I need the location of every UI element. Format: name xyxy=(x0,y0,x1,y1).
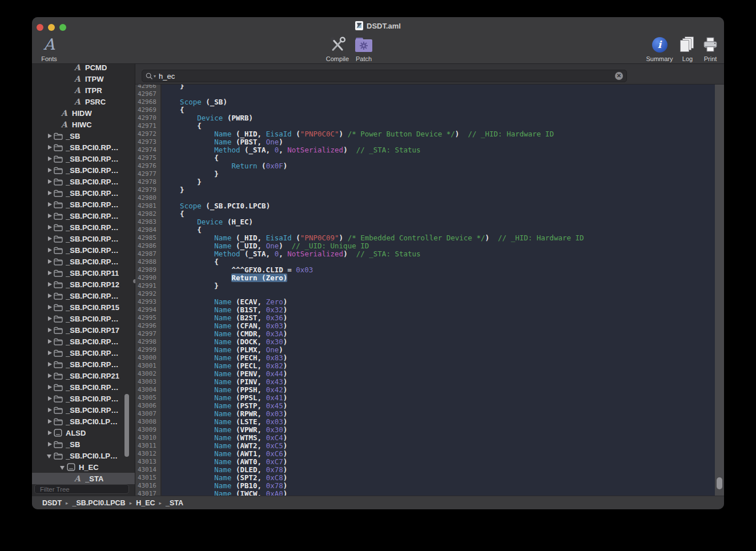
code-line[interactable]: Name (B2ST, 0x36) xyxy=(163,314,715,322)
sidebar-item-sb-pci0-rp[interactable]: _SB.PCI0.RP… xyxy=(32,176,135,187)
code-line[interactable]: } xyxy=(163,85,715,90)
disclosure-triangle-icon[interactable] xyxy=(46,190,53,196)
code-line[interactable]: Name (B1ST, 0x32) xyxy=(163,306,715,314)
disclosure-triangle-icon[interactable] xyxy=(46,178,53,185)
code-line[interactable]: Method (_STA, 0, NotSerialized) // _STA:… xyxy=(163,146,715,154)
code-line[interactable]: { xyxy=(163,122,715,130)
disclosure-triangle-icon[interactable] xyxy=(46,441,53,448)
search-input[interactable] xyxy=(159,72,615,81)
sidebar-item-itpw[interactable]: AITPW xyxy=(32,73,135,85)
editor-scrollbar-track[interactable] xyxy=(715,85,724,496)
sidebar-item-sb[interactable]: _SB xyxy=(32,130,135,142)
breadcrumb-item[interactable]: DSDT xyxy=(42,499,62,507)
disclosure-triangle-icon[interactable] xyxy=(46,361,53,368)
sidebar-item-sb-pci0-rp[interactable]: _SB.PCI0.RP… xyxy=(32,142,135,153)
sidebar-item-sb-pci0-rp[interactable]: _SB.PCI0.RP… xyxy=(32,187,135,199)
sidebar-item-sb-pci0-rp[interactable]: _SB.PCI0.RP… xyxy=(32,347,135,359)
code-line[interactable]: } xyxy=(163,178,715,186)
disclosure-triangle-icon[interactable] xyxy=(46,418,53,425)
sidebar-item-sb-pci0-lp[interactable]: _SB.PCI0.LP… xyxy=(32,450,135,461)
breadcrumb-item[interactable]: H_EC xyxy=(136,499,155,507)
code-line[interactable]: Name (CMDR, 0x3A) xyxy=(163,330,715,338)
code-line[interactable]: Name (PSTP, 0x45) xyxy=(163,402,715,410)
search-field[interactable]: ▾ ✕ xyxy=(142,70,627,82)
disclosure-triangle-icon[interactable] xyxy=(46,258,53,265)
code-line[interactable]: Device (H_EC) xyxy=(163,218,715,226)
code-line[interactable]: Return (0x0F) xyxy=(163,162,715,170)
print-button[interactable]: Print xyxy=(699,35,722,62)
close-button[interactable] xyxy=(37,24,43,31)
sidebar-item-sb-pci0-rp21[interactable]: _SB.PCI0.RP21 xyxy=(32,370,135,381)
sidebar-item-sb-pci0-rp[interactable]: _SB.PCI0.RP… xyxy=(32,233,135,244)
disclosure-triangle-icon[interactable] xyxy=(46,304,53,311)
code-line[interactable]: Scope (_SB.PCI0.LPCB) xyxy=(163,202,715,210)
code-editor[interactable]: } Scope (_SB) { Device (PWRB) { Name (_H… xyxy=(162,85,715,496)
code-line[interactable]: Name (PLMX, One) xyxy=(163,346,715,354)
sidebar-item-sb-pci0-lp[interactable]: _SB.PCI0.LP… xyxy=(32,416,135,427)
code-line[interactable]: Scope (_SB) xyxy=(163,98,715,106)
sidebar-item-h-ec[interactable]: H_EC xyxy=(32,461,135,473)
code-line[interactable]: Method (_STA, 0, NotSerialized) // _STA:… xyxy=(163,250,715,258)
code-line[interactable]: Name (CFAN, 0x03) xyxy=(163,322,715,330)
disclosure-triangle-icon[interactable] xyxy=(46,132,53,139)
code-line[interactable]: Name (SPT2, 0xC8) xyxy=(163,474,715,482)
disclosure-triangle-icon[interactable] xyxy=(46,212,53,219)
code-line[interactable]: Name (PECL, 0x82) xyxy=(163,362,715,370)
sidebar-item-sb-pci0-rp[interactable]: _SB.PCI0.RP… xyxy=(32,336,135,347)
sidebar-item-sta[interactable]: A_STA xyxy=(32,473,135,484)
code-line[interactable]: Name (IWCW, 0xA0) xyxy=(163,490,715,496)
sidebar-item-sb-pci0-rp[interactable]: _SB.PCI0.RP… xyxy=(32,244,135,256)
sidebar-item-sb-pci0-rp[interactable]: _SB.PCI0.RP… xyxy=(32,290,135,301)
disclosure-triangle-icon[interactable] xyxy=(46,247,53,254)
patch-button[interactable]: Patch xyxy=(351,35,377,62)
sidebar-item-psrc[interactable]: APSRC xyxy=(32,96,135,107)
log-button[interactable]: Log xyxy=(676,35,699,62)
code-line[interactable]: } xyxy=(163,170,715,178)
code-line[interactable]: Name (ECAV, Zero) xyxy=(163,298,715,306)
disclosure-triangle-icon[interactable] xyxy=(46,338,53,345)
code-line[interactable]: Name (WTMS, 0xC4) xyxy=(163,434,715,442)
disclosure-triangle-icon[interactable] xyxy=(46,395,53,402)
sidebar-item-hiwc[interactable]: AHIWC xyxy=(32,119,135,130)
disclosure-triangle-icon[interactable] xyxy=(59,464,66,470)
disclosure-triangle-icon[interactable] xyxy=(46,155,53,162)
sidebar-item-sb-pci0-rp[interactable]: _SB.PCI0.RP… xyxy=(32,256,135,267)
disclosure-triangle-icon[interactable] xyxy=(46,235,53,242)
sidebar-item-sb-pci0-rp[interactable]: _SB.PCI0.RP… xyxy=(32,381,135,393)
code-line[interactable]: { xyxy=(163,258,715,266)
disclosure-triangle-icon[interactable] xyxy=(46,315,53,322)
sidebar-item-hidw[interactable]: AHIDW xyxy=(32,107,135,119)
disclosure-triangle-icon[interactable] xyxy=(46,384,53,391)
code-line[interactable]: Name (PPSH, 0x42) xyxy=(163,386,715,394)
sidebar-item-sb-pci0-rp[interactable]: _SB.PCI0.RP… xyxy=(32,359,135,370)
code-line[interactable]: { xyxy=(163,106,715,114)
code-line[interactable]: Name (VPWR, 0x30) xyxy=(163,426,715,434)
sidebar-scrollbar-thumb[interactable] xyxy=(124,394,129,457)
code-line[interactable] xyxy=(163,290,715,298)
code-line[interactable]: Name (DLED, 0x78) xyxy=(163,466,715,474)
code-line[interactable]: Name (DOCK, 0x30) xyxy=(163,338,715,346)
sidebar-item-sb-pci0-rp[interactable]: _SB.PCI0.RP… xyxy=(32,164,135,176)
sidebar-item-sb-pci0-rp[interactable]: _SB.PCI0.RP… xyxy=(32,404,135,416)
code-line[interactable]: Device (PWRB) xyxy=(163,114,715,122)
sidebar-item-sb[interactable]: _SB xyxy=(32,439,135,450)
code-line[interactable]: Name (_UID, One) // _UID: Unique ID xyxy=(163,242,715,250)
code-line[interactable]: Name (PINV, 0x43) xyxy=(163,378,715,386)
sidebar-item-sb-pci0-rp[interactable]: _SB.PCI0.RP… xyxy=(32,393,135,404)
filter-tree-field[interactable] xyxy=(34,484,129,494)
code-line[interactable]: Return (Zero) xyxy=(163,274,715,282)
sidebar-item-itpr[interactable]: AITPR xyxy=(32,85,135,96)
sidebar-item-pcmd[interactable]: APCMD xyxy=(32,64,135,73)
code-line[interactable] xyxy=(163,194,715,202)
zoom-button[interactable] xyxy=(59,24,66,31)
disclosure-triangle-icon[interactable] xyxy=(46,452,53,459)
sidebar-item-sb-pci0-rp11[interactable]: _SB.PCI0.RP11 xyxy=(32,267,135,279)
sidebar-item-sb-pci0-rp[interactable]: _SB.PCI0.RP… xyxy=(32,222,135,233)
code-line[interactable]: Name (AWT0, 0xC7) xyxy=(163,458,715,466)
code-line[interactable]: Name (PECH, 0x83) xyxy=(163,354,715,362)
code-line[interactable]: Name (PB10, 0x78) xyxy=(163,482,715,490)
disclosure-triangle-icon[interactable] xyxy=(46,292,53,299)
fonts-button[interactable]: A Fonts xyxy=(37,35,62,62)
code-line[interactable]: Name (PPSL, 0x41) xyxy=(163,394,715,402)
breadcrumb-item[interactable]: _STA xyxy=(166,499,183,507)
